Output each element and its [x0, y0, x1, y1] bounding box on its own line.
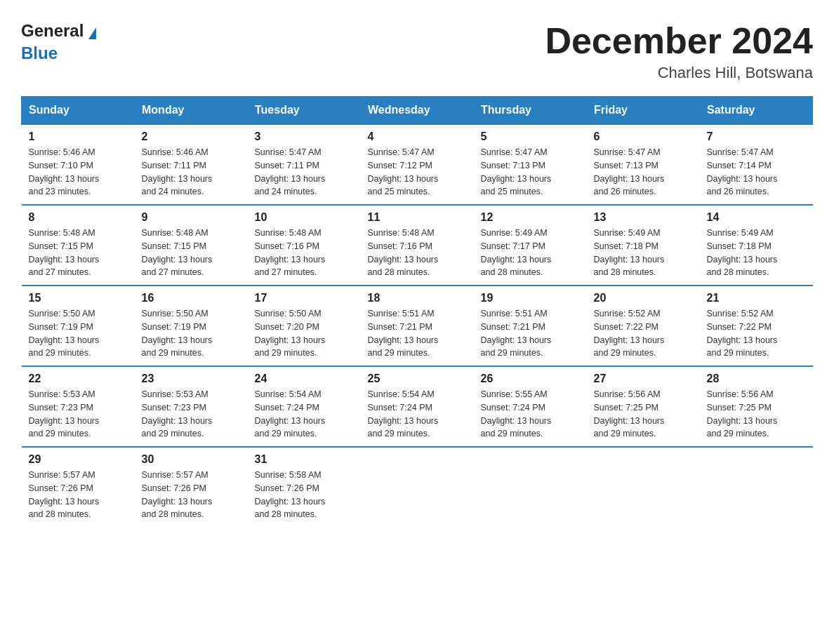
- calendar-cell: 21 Sunrise: 5:52 AMSunset: 7:22 PMDaylig…: [700, 286, 813, 366]
- day-number: 11: [368, 211, 467, 224]
- day-number: 2: [142, 130, 241, 143]
- day-number: 1: [29, 130, 128, 143]
- calendar-cell: 16 Sunrise: 5:50 AMSunset: 7:19 PMDaylig…: [135, 286, 248, 366]
- day-info: Sunrise: 5:48 AMSunset: 7:16 PMDaylight:…: [368, 228, 439, 277]
- day-number: 22: [29, 373, 128, 385]
- header-monday: Monday: [135, 97, 248, 125]
- day-info: Sunrise: 5:47 AMSunset: 7:13 PMDaylight:…: [594, 147, 665, 196]
- logo: General Blue: [21, 21, 138, 63]
- calendar-cell: 14 Sunrise: 5:49 AMSunset: 7:18 PMDaylig…: [700, 205, 813, 286]
- day-info: Sunrise: 5:52 AMSunset: 7:22 PMDaylight:…: [594, 309, 665, 358]
- day-number: 24: [255, 373, 354, 385]
- calendar-week-4: 22 Sunrise: 5:53 AMSunset: 7:23 PMDaylig…: [22, 366, 813, 447]
- calendar-cell: 29 Sunrise: 5:57 AMSunset: 7:26 PMDaylig…: [22, 447, 135, 527]
- day-number: 15: [29, 292, 128, 304]
- day-info: Sunrise: 5:50 AMSunset: 7:20 PMDaylight:…: [255, 309, 326, 358]
- day-number: 5: [481, 130, 580, 143]
- day-info: Sunrise: 5:56 AMSunset: 7:25 PMDaylight:…: [594, 389, 665, 438]
- day-info: Sunrise: 5:55 AMSunset: 7:24 PMDaylight:…: [481, 389, 552, 438]
- day-number: 6: [594, 130, 693, 143]
- day-info: Sunrise: 5:48 AMSunset: 7:15 PMDaylight:…: [142, 228, 213, 277]
- header-thursday: Thursday: [474, 97, 587, 125]
- day-number: 7: [707, 130, 806, 143]
- day-number: 10: [255, 211, 354, 224]
- calendar-cell: 26 Sunrise: 5:55 AMSunset: 7:24 PMDaylig…: [474, 366, 587, 447]
- day-number: 19: [481, 292, 580, 304]
- header-tuesday: Tuesday: [248, 97, 361, 125]
- calendar-cell: 19 Sunrise: 5:51 AMSunset: 7:21 PMDaylig…: [474, 286, 587, 366]
- day-number: 17: [255, 292, 354, 304]
- calendar-cell: [587, 447, 700, 527]
- day-info: Sunrise: 5:51 AMSunset: 7:21 PMDaylight:…: [481, 309, 552, 358]
- calendar-cell: 5 Sunrise: 5:47 AMSunset: 7:13 PMDayligh…: [474, 124, 587, 205]
- day-number: 9: [142, 211, 241, 224]
- calendar-cell: 1 Sunrise: 5:46 AMSunset: 7:10 PMDayligh…: [22, 124, 135, 205]
- day-number: 13: [594, 211, 693, 224]
- calendar-subtitle: Charles Hill, Botswana: [545, 64, 813, 82]
- day-info: Sunrise: 5:50 AMSunset: 7:19 PMDaylight:…: [29, 309, 100, 358]
- day-number: 29: [29, 453, 128, 466]
- day-info: Sunrise: 5:49 AMSunset: 7:18 PMDaylight:…: [594, 228, 665, 277]
- day-info: Sunrise: 5:47 AMSunset: 7:13 PMDaylight:…: [481, 147, 552, 196]
- day-info: Sunrise: 5:47 AMSunset: 7:14 PMDaylight:…: [707, 147, 778, 196]
- day-info: Sunrise: 5:54 AMSunset: 7:24 PMDaylight:…: [368, 389, 439, 438]
- day-info: Sunrise: 5:47 AMSunset: 7:11 PMDaylight:…: [255, 147, 326, 196]
- header-row: Sunday Monday Tuesday Wednesday Thursday…: [22, 97, 813, 125]
- day-info: Sunrise: 5:50 AMSunset: 7:19 PMDaylight:…: [142, 309, 213, 358]
- calendar-cell: 23 Sunrise: 5:53 AMSunset: 7:23 PMDaylig…: [135, 366, 248, 447]
- day-number: 4: [368, 130, 467, 143]
- calendar-title: December 2024: [545, 21, 813, 61]
- calendar-cell: 15 Sunrise: 5:50 AMSunset: 7:19 PMDaylig…: [22, 286, 135, 366]
- calendar-cell: 11 Sunrise: 5:48 AMSunset: 7:16 PMDaylig…: [361, 205, 474, 286]
- calendar-cell: 9 Sunrise: 5:48 AMSunset: 7:15 PMDayligh…: [135, 205, 248, 286]
- day-info: Sunrise: 5:56 AMSunset: 7:25 PMDaylight:…: [707, 389, 778, 438]
- day-info: Sunrise: 5:51 AMSunset: 7:21 PMDaylight:…: [368, 309, 439, 358]
- day-number: 28: [707, 373, 806, 385]
- day-number: 30: [142, 453, 241, 466]
- day-info: Sunrise: 5:47 AMSunset: 7:12 PMDaylight:…: [368, 147, 439, 196]
- calendar-cell: 3 Sunrise: 5:47 AMSunset: 7:11 PMDayligh…: [248, 124, 361, 205]
- day-info: Sunrise: 5:53 AMSunset: 7:23 PMDaylight:…: [29, 389, 100, 438]
- calendar-cell: 7 Sunrise: 5:47 AMSunset: 7:14 PMDayligh…: [700, 124, 813, 205]
- calendar-cell: 28 Sunrise: 5:56 AMSunset: 7:25 PMDaylig…: [700, 366, 813, 447]
- calendar-cell: 24 Sunrise: 5:54 AMSunset: 7:24 PMDaylig…: [248, 366, 361, 447]
- day-number: 27: [594, 373, 693, 385]
- day-number: 3: [255, 130, 354, 143]
- day-number: 8: [29, 211, 128, 224]
- calendar-cell: 4 Sunrise: 5:47 AMSunset: 7:12 PMDayligh…: [361, 124, 474, 205]
- calendar-week-5: 29 Sunrise: 5:57 AMSunset: 7:26 PMDaylig…: [22, 447, 813, 527]
- day-number: 26: [481, 373, 580, 385]
- day-number: 31: [255, 453, 354, 466]
- day-info: Sunrise: 5:49 AMSunset: 7:18 PMDaylight:…: [707, 228, 778, 277]
- logo-blue: Blue: [21, 43, 138, 63]
- calendar-cell: 17 Sunrise: 5:50 AMSunset: 7:20 PMDaylig…: [248, 286, 361, 366]
- calendar-cell: 2 Sunrise: 5:46 AMSunset: 7:11 PMDayligh…: [135, 124, 248, 205]
- day-info: Sunrise: 5:53 AMSunset: 7:23 PMDaylight:…: [142, 389, 213, 438]
- day-number: 14: [707, 211, 806, 224]
- calendar-cell: [474, 447, 587, 527]
- day-info: Sunrise: 5:48 AMSunset: 7:15 PMDaylight:…: [29, 228, 100, 277]
- page-header: General Blue December 2024 Charles Hill,…: [21, 21, 813, 82]
- calendar-cell: [361, 447, 474, 527]
- logo-general: General: [21, 21, 84, 41]
- header-sunday: Sunday: [22, 97, 135, 125]
- calendar-week-2: 8 Sunrise: 5:48 AMSunset: 7:15 PMDayligh…: [22, 205, 813, 286]
- day-number: 18: [368, 292, 467, 304]
- day-number: 16: [142, 292, 241, 304]
- calendar-week-1: 1 Sunrise: 5:46 AMSunset: 7:10 PMDayligh…: [22, 124, 813, 205]
- logo-icon: [88, 27, 96, 39]
- header-saturday: Saturday: [700, 97, 813, 125]
- day-number: 25: [368, 373, 467, 385]
- calendar-cell: 8 Sunrise: 5:48 AMSunset: 7:15 PMDayligh…: [22, 205, 135, 286]
- day-number: 23: [142, 373, 241, 385]
- day-info: Sunrise: 5:46 AMSunset: 7:10 PMDaylight:…: [29, 147, 100, 196]
- calendar-cell: 25 Sunrise: 5:54 AMSunset: 7:24 PMDaylig…: [361, 366, 474, 447]
- calendar-cell: 27 Sunrise: 5:56 AMSunset: 7:25 PMDaylig…: [587, 366, 700, 447]
- day-info: Sunrise: 5:58 AMSunset: 7:26 PMDaylight:…: [255, 470, 326, 519]
- day-info: Sunrise: 5:57 AMSunset: 7:26 PMDaylight:…: [142, 470, 213, 519]
- calendar-cell: 18 Sunrise: 5:51 AMSunset: 7:21 PMDaylig…: [361, 286, 474, 366]
- day-info: Sunrise: 5:49 AMSunset: 7:17 PMDaylight:…: [481, 228, 552, 277]
- calendar-cell: 22 Sunrise: 5:53 AMSunset: 7:23 PMDaylig…: [22, 366, 135, 447]
- header-wednesday: Wednesday: [361, 97, 474, 125]
- calendar-cell: 31 Sunrise: 5:58 AMSunset: 7:26 PMDaylig…: [248, 447, 361, 527]
